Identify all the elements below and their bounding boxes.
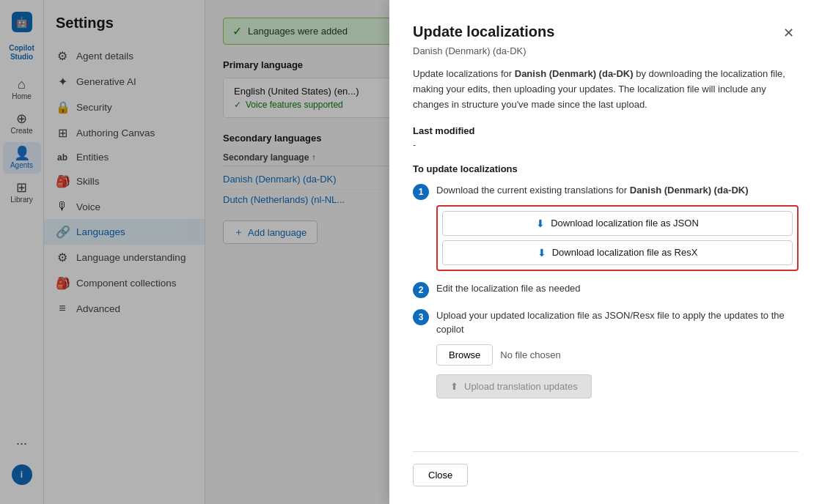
- step-1-text-bold: Danish (Denmark) (da-DK): [630, 185, 749, 196]
- download-resx-button[interactable]: ⬇ Download localization file as ResX: [442, 240, 793, 265]
- step-3-number: 3: [413, 309, 429, 325]
- upload-icon: ⬆: [450, 381, 458, 392]
- modal-subtitle: Danish (Denmark) (da-DK): [413, 45, 799, 56]
- step-3-content: Upload your updated localization file as…: [436, 308, 799, 399]
- step-1-number: 1: [413, 184, 429, 200]
- download-json-button[interactable]: ⬇ Download localization file as JSON: [442, 211, 793, 236]
- browse-row: Browse No file chosen: [436, 344, 799, 366]
- modal-header: Update localizations ✕: [413, 23, 799, 42]
- modal-close-footer-button[interactable]: Close: [413, 464, 468, 486]
- step-3: 3 Upload your updated localization file …: [413, 308, 799, 399]
- download-json-icon: ⬇: [536, 218, 545, 229]
- modal-footer: Close: [413, 451, 799, 486]
- modal-desc-bold: Danish (Denmark) (da-DK): [515, 68, 634, 79]
- modal-title: Update localizations: [413, 23, 554, 40]
- last-modified-value: -: [413, 139, 799, 150]
- download-json-label: Download localization file as JSON: [551, 218, 699, 229]
- download-buttons-group: ⬇ Download localization file as JSON ⬇ D…: [436, 205, 799, 271]
- download-resx-label: Download localization file as ResX: [552, 247, 698, 258]
- step-2-text: Edit the localization file as needed: [436, 283, 581, 294]
- upload-translation-button[interactable]: ⬆ Upload translation updates: [436, 374, 592, 399]
- step-2-number: 2: [413, 282, 429, 298]
- step-2: 2 Edit the localization file as needed: [413, 281, 799, 298]
- last-modified-label: Last modified: [413, 125, 799, 136]
- to-update-label: To update localizations: [413, 163, 799, 174]
- no-file-text: No file chosen: [500, 348, 560, 363]
- step-3-text: Upload your updated localization file as…: [436, 310, 785, 336]
- modal-close-button[interactable]: ✕: [779, 23, 799, 42]
- step-1: 1 Download the current existing translat…: [413, 183, 799, 271]
- step-1-content: Download the current existing translatio…: [436, 183, 799, 271]
- upload-label: Upload translation updates: [464, 381, 578, 392]
- modal-description: Update localizations for Danish (Denmark…: [413, 67, 799, 112]
- step-1-text-prefix: Download the current existing translatio…: [436, 185, 630, 196]
- step-2-content: Edit the localization file as needed: [436, 281, 799, 296]
- browse-button[interactable]: Browse: [436, 344, 493, 366]
- download-resx-icon: ⬇: [537, 247, 546, 259]
- modal-desc-prefix: Update localizations for: [413, 68, 515, 79]
- update-localizations-modal: Update localizations ✕ Danish (Denmark) …: [389, 0, 822, 504]
